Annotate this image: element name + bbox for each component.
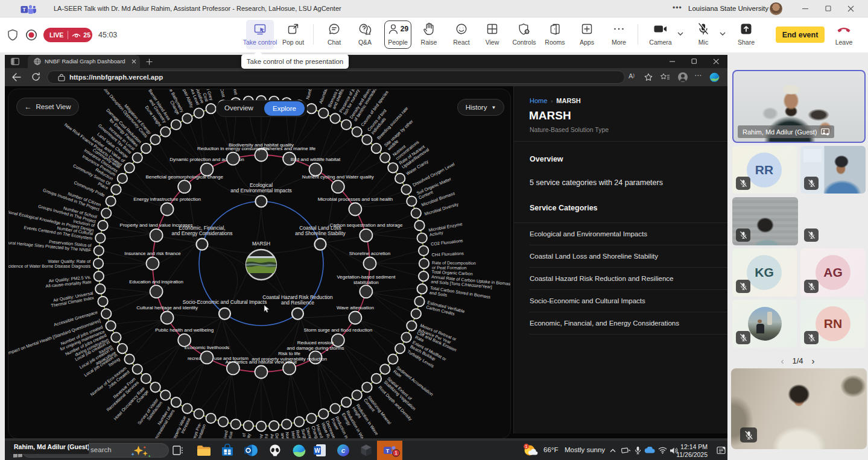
svg-text:T: T [23,7,27,13]
svg-text:Bird and wildlife habitat: Bird and wildlife habitat [291,157,341,162]
svg-text:W: W [314,447,320,454]
svg-text:Shoreline accretion: Shoreline accretion [349,251,390,256]
svg-text:Risk to life: Risk to life [278,351,300,356]
svg-text:Storm surge and flood reductio: Storm surge and flood reduction [303,327,372,333]
svg-text:Property ValueIncrease: Property ValueIncrease [170,415,192,439]
svg-text:and Resilience: and Resilience [281,300,314,306]
svg-text:Beneficial geomorphological ch: Beneficial geomorphological change [145,174,223,180]
svg-text:Insurance and risk finance: Insurance and risk finance [124,251,181,256]
svg-text:MARSH: MARSH [252,241,270,247]
svg-text:Public health and wellbeing: Public health and wellbeing [155,327,214,333]
svg-text:Planning Cost: Planning Cost [215,89,227,98]
svg-text:Reduction in energy consumptio: Reduction in energy consumption [197,146,269,151]
svg-text:Vegetation-based sediment: Vegetation-based sediment [337,274,396,280]
svg-text:Wave attenuation: Wave attenuation [337,305,374,310]
svg-text:Cultural heritage and identity: Cultural heritage and identity [136,305,198,310]
svg-text:Microbial processes and soil h: Microbial processes and soil health [318,197,393,202]
svg-text:CO2 Fluxuations: CO2 Fluxuations [431,238,464,247]
svg-text:CH4 Fluxuations: CH4 Fluxuations [431,250,464,257]
svg-text:Water Quality: Rate ofIncidenc: Water Quality: Rate ofIncidence of Water… [8,259,90,269]
svg-text:Socio-Economic and Cultural Im: Socio-Economic and Cultural Impacts [183,299,267,305]
svg-text:and damage during storms: and damage during storms [287,345,344,351]
svg-text:and Energy Considerations: and Energy Considerations [171,230,232,236]
svg-text:Fisheries and marine life: Fisheries and marine life [263,146,316,151]
svg-text:Economic livelihoods: Economic livelihoods [185,345,230,350]
svg-text:Air Quality: PM2.5 Vs.All-caus: Air Quality: PM2.5 Vs.All-cause-mortalit… [45,274,92,289]
svg-text:C: C [341,448,346,454]
svg-text:Energy infrastructure protecti: Energy infrastructure protection [133,197,201,202]
svg-text:and Shoreline Stability: and Shoreline Stability [295,230,346,236]
svg-text:Microbial EnzymeActivity: Microbial EnzymeActivity [428,221,464,238]
svg-text:Estimated VerifiableCarbon Cre: Estimated VerifiableCarbon Credits [426,300,466,319]
svg-text:recreational use and tourism: recreational use and tourism [188,356,249,361]
svg-text:stabilization: stabilization [353,280,379,285]
svg-text:1: 1 [525,444,528,449]
svg-text:and Environmental Impacts: and Environmental Impacts [230,187,291,194]
svg-text:Education and inspiration: Education and inspiration [129,279,183,285]
svg-text:Air Quality: UniversalThermal: Air Quality: UniversalThermal Climate In… [49,290,95,308]
svg-text:Monitoring Cost: Monitoring Cost [229,89,238,95]
svg-text:PerceivedScenic Value: PerceivedScenic Value [219,430,234,439]
svg-text:T: T [386,448,390,454]
svg-text:Nutrient cycling and Water qua: Nutrient cycling and Water quality [302,174,374,180]
svg-text:Reduced erosion: Reduced erosion [297,340,334,345]
